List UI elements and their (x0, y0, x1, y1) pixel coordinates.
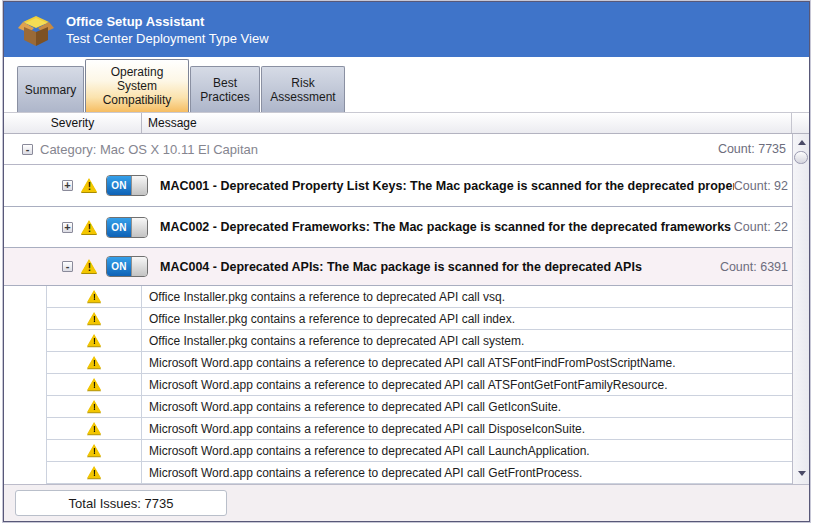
rule-toggle[interactable]: ON (106, 217, 148, 238)
issue-row[interactable]: Microsoft Word.app contains a reference … (46, 396, 792, 418)
issue-message: Office Installer.pkg contains a referenc… (142, 308, 792, 329)
scroll-down-button[interactable] (793, 465, 809, 482)
rule-title: MAC002 - Deprecated Frameworks: The Mac … (160, 220, 734, 234)
issue-row[interactable]: Microsoft Word.app contains a reference … (46, 462, 792, 484)
category-label: Category: Mac OS X 10.11 El Capitan (40, 142, 718, 157)
issue-severity-cell (47, 374, 142, 395)
tab-risk-assessment[interactable]: Risk Assessment (261, 66, 345, 112)
scroll-up-button[interactable] (793, 134, 809, 151)
issue-severity-cell (47, 330, 142, 351)
warning-icon (87, 334, 102, 347)
issue-message: Microsoft Word.app contains a reference … (142, 396, 792, 417)
toggle-on-label: ON (107, 257, 131, 276)
warning-icon (81, 220, 98, 235)
issue-row[interactable]: Microsoft Word.app contains a reference … (46, 440, 792, 462)
rule-count: Count: 22 (734, 220, 788, 234)
warning-icon (87, 400, 102, 413)
toggle-knob (131, 257, 147, 276)
warning-icon (87, 312, 102, 325)
warning-icon (87, 422, 102, 435)
package-box-icon (16, 12, 56, 48)
rule-title: MAC001 - Deprecated Property List Keys: … (160, 179, 734, 193)
app-header: Office Setup Assistant Test Center Deplo… (4, 2, 809, 57)
expand-icon[interactable]: + (62, 180, 73, 191)
tab-bar: Summary Operating System Compatibility B… (4, 57, 809, 112)
issue-row[interactable]: Microsoft Word.app contains a reference … (46, 352, 792, 374)
screen: Office Setup Assistant Test Center Deplo… (0, 0, 824, 531)
tab-operating-system-compatibility[interactable]: Operating System Compatibility (85, 59, 189, 112)
issue-row[interactable]: Office Installer.pkg contains a referenc… (46, 308, 792, 330)
status-bar: Total Issues: 7735 (4, 484, 809, 521)
warning-icon (87, 444, 102, 457)
scrollbar-thumb[interactable] (794, 151, 808, 164)
issue-message: Office Installer.pkg contains a referenc… (142, 330, 792, 351)
app-title: Office Setup Assistant (66, 13, 269, 30)
issue-severity-cell (47, 352, 142, 373)
rule-row-mac001[interactable]: + ON MAC001 - Deprecated Property List K… (4, 165, 792, 207)
warning-icon (87, 466, 102, 479)
up-arrow-icon (798, 140, 806, 145)
column-header-message[interactable]: Message (142, 113, 792, 133)
toggle-on-label: ON (107, 218, 131, 237)
rule-toggle[interactable]: ON (106, 256, 148, 277)
rule-count: Count: 92 (734, 179, 788, 193)
issue-message: Office Installer.pkg contains a referenc… (142, 286, 792, 307)
warning-icon (81, 178, 98, 193)
issue-severity-cell (47, 308, 142, 329)
grid-rows: - Category: Mac OS X 10.11 El Capitan Co… (4, 134, 792, 484)
issue-rows: Office Installer.pkg contains a referenc… (4, 286, 792, 484)
toggle-knob (131, 176, 147, 195)
category-row[interactable]: - Category: Mac OS X 10.11 El Capitan Co… (4, 134, 792, 165)
issue-row[interactable]: Office Installer.pkg contains a referenc… (46, 330, 792, 352)
grid-column-headers: Severity Message (4, 112, 809, 134)
category-count: Count: 7735 (718, 142, 786, 156)
rule-row-mac004[interactable]: - ON MAC004 - Deprecated APIs: The Mac p… (4, 248, 792, 286)
issue-message: Microsoft Word.app contains a reference … (142, 352, 792, 373)
warning-icon (81, 259, 98, 274)
issue-message: Microsoft Word.app contains a reference … (142, 440, 792, 461)
issue-message: Microsoft Word.app contains a reference … (142, 374, 792, 395)
issue-severity-cell (47, 396, 142, 417)
toggle-on-label: ON (107, 176, 131, 195)
issue-severity-cell (47, 462, 142, 483)
column-header-severity[interactable]: Severity (4, 113, 142, 133)
collapse-icon[interactable]: - (22, 144, 33, 155)
down-arrow-icon (798, 471, 806, 476)
vertical-scrollbar[interactable] (792, 134, 809, 484)
warning-icon (87, 356, 102, 369)
issue-row[interactable]: Microsoft Word.app contains a reference … (46, 418, 792, 440)
toggle-knob (131, 218, 147, 237)
issue-message: Microsoft Word.app contains a reference … (142, 418, 792, 439)
issue-severity-cell (47, 418, 142, 439)
warning-icon (87, 378, 102, 391)
results-grid: - Category: Mac OS X 10.11 El Capitan Co… (4, 134, 809, 484)
issue-row[interactable]: Office Installer.pkg contains a referenc… (46, 286, 792, 308)
total-issues-box: Total Issues: 7735 (15, 490, 227, 516)
issue-message: Microsoft Word.app contains a reference … (142, 462, 792, 483)
app-subtitle: Test Center Deployment Type View (66, 30, 269, 47)
total-issues-label: Total Issues: 7735 (69, 496, 174, 511)
rule-title: MAC004 - Deprecated APIs: The Mac packag… (160, 260, 720, 274)
warning-icon (87, 290, 102, 303)
rule-toggle[interactable]: ON (106, 175, 148, 196)
issue-severity-cell (47, 286, 142, 307)
issue-row[interactable]: Microsoft Word.app contains a reference … (46, 374, 792, 396)
header-text: Office Setup Assistant Test Center Deplo… (66, 13, 269, 47)
rule-count: Count: 6391 (720, 260, 788, 274)
expand-icon[interactable]: + (62, 222, 73, 233)
app-window: Office Setup Assistant Test Center Deplo… (3, 1, 810, 522)
collapse-icon[interactable]: - (62, 261, 73, 272)
issue-severity-cell (47, 440, 142, 461)
rule-row-mac002[interactable]: + ON MAC002 - Deprecated Frameworks: The… (4, 207, 792, 248)
tab-summary[interactable]: Summary (17, 66, 84, 112)
tab-best-practices[interactable]: Best Practices (190, 66, 260, 112)
